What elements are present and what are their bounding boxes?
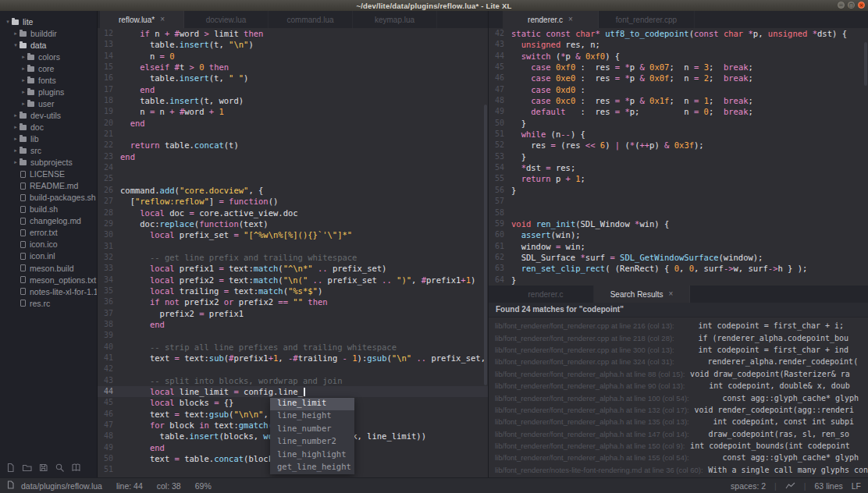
titlebar[interactable]: ~/dev/lite/data/plugins/reflow.lua* - Li… <box>0 0 868 12</box>
scrollbar-thumb[interactable] <box>484 105 487 385</box>
open-folder-icon[interactable] <box>22 462 32 476</box>
statusbar-percent[interactable]: 69% <box>195 481 212 491</box>
maximize-button[interactable]: ▢ <box>848 2 855 9</box>
code-line-50[interactable]: 50 } <box>489 118 868 129</box>
code-line-54[interactable]: 54 *dst = res; <box>489 162 868 173</box>
search-result-row[interactable]: lib/font_renderer/font_renderer_alpha.h … <box>489 368 868 380</box>
search-result-row[interactable]: lib/font_renderer/font_renderer_alpha.h … <box>489 416 868 427</box>
tree-item-license[interactable]: LICENSE <box>0 168 97 180</box>
search-result-row[interactable]: lib/font_renderer/font_renderer.cpp at l… <box>489 332 868 343</box>
tree-item-build-sh[interactable]: build.sh <box>0 204 97 215</box>
code-line-45[interactable]: 45 case 0xf0 : res = *p & 0x07; n = 3; b… <box>489 62 868 73</box>
tree-item-notes-lite-xl-for-1-16[interactable]: notes-lite-xl-for-1.16 <box>0 286 97 297</box>
tab-search-results[interactable]: Search Results× <box>594 286 690 303</box>
autocomplete-item-line-highlight[interactable]: line_highlight <box>270 449 354 462</box>
tab-keymap-lua[interactable]: keymap.lua <box>353 11 437 28</box>
statusbar-col[interactable]: col: 38 <box>157 481 181 491</box>
tree-item-lite[interactable]: ▾lite <box>0 16 97 27</box>
code-line-31[interactable]: 31 <box>98 241 488 252</box>
autocomplete-item-line-limit[interactable]: line_limit <box>270 398 354 410</box>
code-line-40[interactable]: 40 -- strip all line prefixes and traili… <box>98 342 488 353</box>
code-line-34[interactable]: 34 local prefix2 = text:match("\n(" .. p… <box>98 275 488 286</box>
close-icon[interactable]: × <box>568 16 573 23</box>
search-result-row[interactable]: lib/font_renderer/font_renderer_alpha.h … <box>489 440 868 452</box>
tab-docview-lua[interactable]: docview.lua <box>184 11 269 28</box>
code-line-43[interactable]: 43 -- split into blocks, wordwrap and jo… <box>98 375 488 386</box>
code-line-44[interactable]: 44 switch (*p & 0xf0) { <box>489 51 868 62</box>
new-file-icon[interactable] <box>5 462 16 476</box>
code-line-27[interactable]: 27 ["reflow:reflow"] = function() <box>98 196 488 207</box>
tree-item-dev-utils[interactable]: ▸dev-utils <box>0 109 97 121</box>
tree-item-plugins[interactable]: ▸plugins <box>0 86 97 98</box>
code-line-59[interactable]: 59void ren_init(SDL_Window *win) { <box>489 218 868 229</box>
save-icon[interactable] <box>38 462 48 476</box>
statusbar-line[interactable]: line: 44 <box>116 481 143 491</box>
right-code-editor[interactable]: 42static const char* utf8_to_codepoint(c… <box>489 28 868 286</box>
search-result-row[interactable]: lib/font_renderer/font_renderer.cpp at l… <box>489 344 868 356</box>
tab-renderer-c[interactable]: renderer.c <box>498 286 594 303</box>
search-result-row[interactable]: lib/font_renderer/font_renderer.cpp at l… <box>489 356 868 367</box>
code-line-12[interactable]: 12 if n + #word > limit then <box>98 28 488 39</box>
code-line-43[interactable]: 43 unsigned res, n; <box>489 39 868 50</box>
tree-item-core[interactable]: ▸core <box>0 62 97 74</box>
search-result-row[interactable]: lib/font_renderer/font_renderer_alpha.h … <box>489 404 868 416</box>
tab-reflow-lua[interactable]: reflow.lua*× <box>100 11 184 28</box>
code-line-16[interactable]: 16 table.insert(t, " ") <box>98 73 488 83</box>
search-result-row[interactable]: lib/font_renderer/font_renderer_alpha.h … <box>489 380 868 392</box>
code-line-51[interactable]: 51 while (n--) { <box>489 129 868 140</box>
scrollbar-thumb[interactable] <box>864 42 867 86</box>
statusbar-spaces[interactable]: spaces: 2 <box>731 481 766 491</box>
code-line-19[interactable]: 19 n = n + #word + 1 <box>98 106 488 117</box>
tab-command-lua[interactable]: command.lua <box>269 11 353 28</box>
code-line-47[interactable]: 47 case 0xd0 : <box>489 84 868 95</box>
code-line-53[interactable]: 53 } <box>489 151 868 162</box>
statusbar-eol[interactable]: LF <box>852 481 861 491</box>
tree-item-readme-md[interactable]: README.md <box>0 180 97 192</box>
code-line-35[interactable]: 35 local trailing = text:match("%s*$") <box>98 286 488 296</box>
tab-font-renderer-cpp[interactable]: font_renderer.cpp <box>599 11 695 28</box>
code-line-41[interactable]: 41 text = text:sub(#prefix1+1, -#trailin… <box>98 353 488 364</box>
tree-item-doc[interactable]: ▸doc <box>0 121 97 133</box>
search-icon[interactable] <box>55 462 65 476</box>
autocomplete-item-line-number2[interactable]: line_number2 <box>270 436 354 449</box>
tree-item-res-rc[interactable]: res.rc <box>0 297 97 309</box>
tree-item-icon-inl[interactable]: icon.inl <box>0 250 97 262</box>
statusbar-file[interactable]: data/plugins/reflow.lua <box>7 481 102 491</box>
code-line-55[interactable]: 55 return p + 1; <box>489 173 868 184</box>
code-line-48[interactable]: 48 case 0xc0 : res = *p & 0x1f; n = 1; b… <box>489 95 868 106</box>
code-line-49[interactable]: 49 default : res = *p; n = 0; break; <box>489 106 868 117</box>
code-line-57[interactable]: 57 <box>489 196 868 207</box>
tree-item-meson-build[interactable]: meson.build <box>0 262 97 274</box>
search-result-row[interactable]: lib/font_renderer/font_renderer_alpha.h … <box>489 452 868 463</box>
statusbar-total-lines[interactable]: 63 lines <box>815 481 843 491</box>
code-line-42[interactable]: 42 <box>98 364 488 374</box>
code-line-38[interactable]: 38 end <box>98 319 488 330</box>
code-line-33[interactable]: 33 local prefix1 = text:match("^\n*" .. … <box>98 263 488 274</box>
search-result-row[interactable]: lib/font_renderer/font_renderer.cpp at l… <box>489 320 868 332</box>
tree-item-build-packages-sh[interactable]: build-packages.sh <box>0 192 97 204</box>
search-result-row[interactable]: lib/font_renderer/font_renderer_alpha.h … <box>489 428 868 440</box>
close-button[interactable]: × <box>858 2 865 9</box>
tree-item-subprojects[interactable]: ▸subprojects <box>0 157 97 168</box>
autocomplete-item-line-height[interactable]: line_height <box>270 410 354 423</box>
code-line-17[interactable]: 17 end <box>98 84 488 95</box>
tree-item-lib[interactable]: ▸lib <box>0 133 97 144</box>
code-line-36[interactable]: 36 if not prefix2 or prefix2 == "" then <box>98 296 488 307</box>
code-line-32[interactable]: 32 -- get line prefix and trailing white… <box>98 252 488 263</box>
search-result-row[interactable]: lib/font_renderer/font_renderer_alpha.h … <box>489 392 868 403</box>
code-line-22[interactable]: 22 return table.concat(t) <box>98 140 488 151</box>
close-icon[interactable]: × <box>160 16 165 23</box>
code-line-42[interactable]: 42static const char* utf8_to_codepoint(c… <box>489 28 868 39</box>
book-icon[interactable] <box>71 462 81 476</box>
code-line-63[interactable]: 63 ren_set_clip_rect( (RenRect) { 0, 0, … <box>489 263 868 274</box>
minimize-button[interactable]: − <box>838 2 845 9</box>
code-line-58[interactable]: 58 <box>489 207 868 218</box>
code-line-14[interactable]: 14 n = 0 <box>98 51 488 62</box>
code-line-37[interactable]: 37 prefix2 = prefix1 <box>98 308 488 319</box>
code-line-18[interactable]: 18 table.insert(t, word) <box>98 95 488 106</box>
autocomplete-item-get-line-height[interactable]: get_line_height <box>270 462 354 474</box>
code-line-29[interactable]: 29 doc:replace(function(text) <box>98 218 488 229</box>
code-line-60[interactable]: 60 assert(win); <box>489 229 868 240</box>
graph-icon[interactable] <box>785 481 795 491</box>
code-line-52[interactable]: 52 res = (res << 6) | (*(++p) & 0x3f); <box>489 140 868 151</box>
